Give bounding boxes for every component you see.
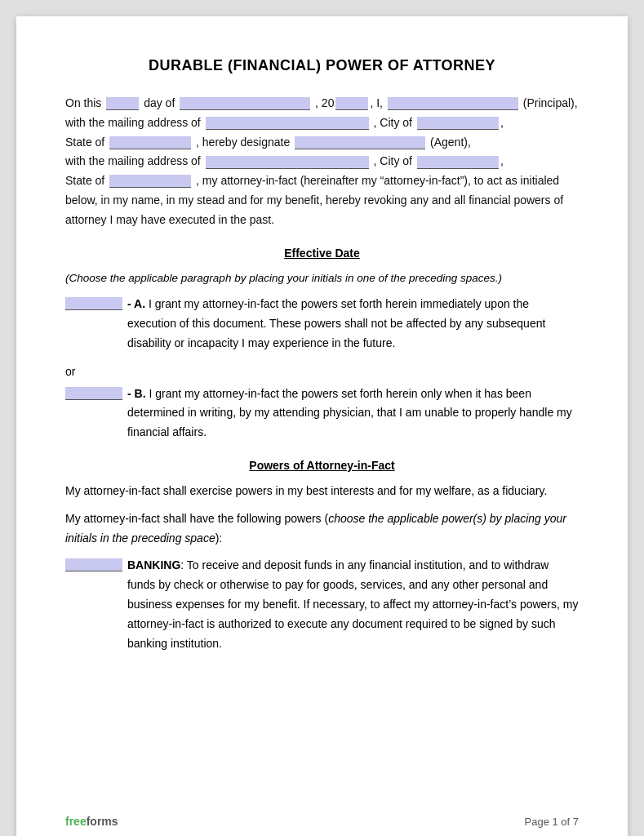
powers-para2: My attorney-in-fact shall have the follo… — [65, 509, 579, 549]
option-b-initials-field[interactable] — [65, 387, 122, 400]
banking-block: BANKING: To receive and deposit funds in… — [65, 556, 579, 653]
principal-name-field[interactable] — [388, 97, 518, 110]
banking-initials-field[interactable] — [65, 558, 122, 571]
principal-city-field[interactable] — [417, 117, 499, 130]
powers-para1: My attorney-in-fact shall exercise power… — [65, 482, 579, 501]
intro-text: On this day of , 20, I, (Principal), — [65, 96, 578, 109]
intro-state1-text: State of , hereby designate (Agent), — [65, 136, 471, 149]
document-title: DURABLE (FINANCIAL) POWER OF ATTORNEY — [65, 57, 579, 74]
agent-name-field[interactable] — [295, 136, 425, 149]
day-field[interactable] — [106, 97, 139, 110]
option-b-block: - B. I grant my attorney-in-fact the pow… — [65, 385, 579, 442]
agent-state-field[interactable] — [109, 175, 191, 188]
year-field[interactable] — [335, 97, 368, 110]
option-a-initials-field[interactable] — [65, 297, 122, 310]
effective-date-note: (Choose the applicable paragraph by plac… — [65, 269, 579, 287]
effective-date-heading: Effective Date — [65, 247, 579, 260]
document-page: DURABLE (FINANCIAL) POWER OF ATTORNEY On… — [16, 16, 628, 836]
intro-state2-text: State of , my attorney-in-fact (hereinaf… — [65, 174, 563, 226]
brand-logo: freeforms — [65, 815, 118, 828]
date-field[interactable] — [180, 97, 310, 110]
powers-heading: Powers of Attorney-in-Fact — [65, 459, 579, 472]
intro-address1-text: with the mailing address of , City of , — [65, 116, 504, 129]
agent-city-field[interactable] — [417, 156, 499, 169]
page-footer: freeforms Page 1 of 7 — [65, 815, 579, 828]
intro-address2-text: with the mailing address of , City of , — [65, 154, 504, 167]
page-number: Page 1 of 7 — [525, 816, 580, 828]
principal-address-field[interactable] — [206, 117, 369, 130]
option-a-block: - A. I grant my attorney-in-fact the pow… — [65, 295, 579, 353]
principal-state-field[interactable] — [109, 136, 191, 149]
agent-address-field[interactable] — [206, 156, 369, 169]
or-divider: or — [65, 365, 579, 378]
